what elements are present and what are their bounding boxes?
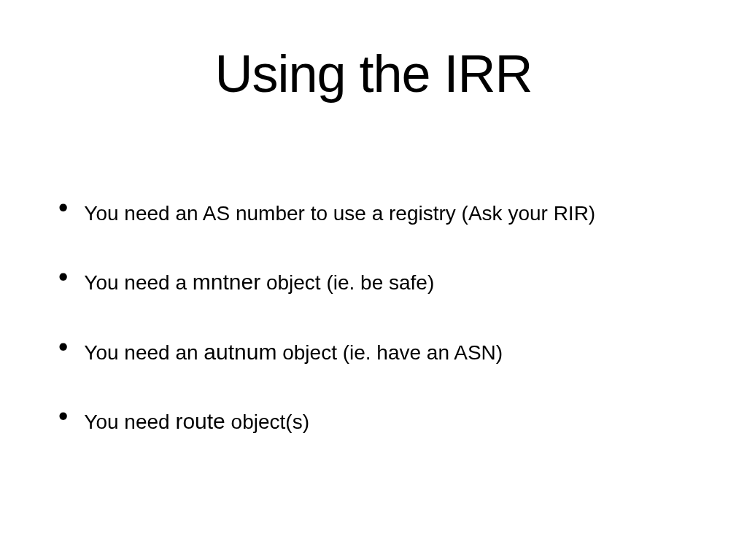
bullet-pre: You need an [84, 341, 204, 364]
bullet-icon: • [58, 194, 68, 222]
bullet-pre: You need [84, 411, 175, 433]
bullet-pre: You need an AS number to use a registry … [84, 202, 595, 225]
bullet-keyword: autnum [204, 340, 276, 364]
list-item: • You need an autnum object (ie. have an… [58, 338, 696, 366]
bullet-list: • You need an AS number to use a registr… [51, 198, 696, 436]
slide-title: Using the IRR [51, 44, 696, 104]
bullet-keyword: route [175, 409, 225, 433]
bullet-text: You need a mntner object (ie. be safe) [84, 268, 434, 296]
bullet-icon: • [58, 263, 68, 291]
bullet-text: You need route object(s) [84, 407, 309, 435]
bullet-text: You need an autnum object (ie. have an A… [84, 338, 503, 366]
bullet-text: You need an AS number to use a registry … [84, 198, 595, 227]
list-item: • You need a mntner object (ie. be safe) [58, 268, 696, 296]
bullet-icon: • [58, 402, 68, 430]
bullet-icon: • [58, 333, 68, 361]
slide-container: Using the IRR • You need an AS number to… [0, 0, 747, 560]
bullet-post: object(s) [225, 411, 309, 433]
list-item: • You need route object(s) [58, 407, 696, 435]
bullet-pre: You need a [84, 271, 192, 294]
bullet-post: object (ie. have an ASN) [276, 341, 503, 364]
bullet-keyword: mntner [193, 270, 260, 294]
bullet-post: object (ie. be safe) [260, 271, 434, 294]
list-item: • You need an AS number to use a registr… [58, 198, 696, 227]
